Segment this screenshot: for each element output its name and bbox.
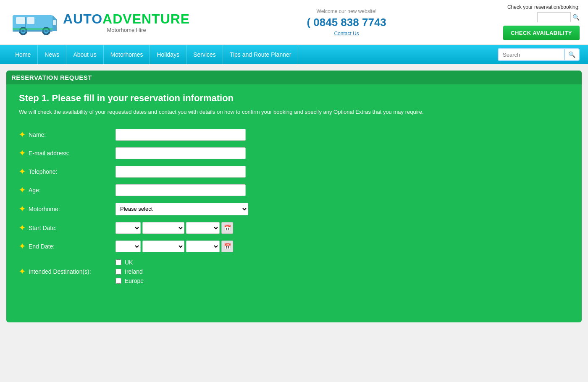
form-row-email: ✦ E-mail address:: [19, 147, 569, 159]
form-label-end-date-area: ✦ End Date:: [19, 242, 116, 251]
required-star-email: ✦: [19, 149, 25, 158]
contact-link[interactable]: Contact Us: [190, 31, 503, 37]
destination-ireland-label: Ireland: [125, 268, 143, 275]
main-content: RESERVATION REQUEST Step 1. Please fill …: [6, 71, 582, 322]
required-star-destination: ✦: [19, 267, 25, 276]
start-date-month[interactable]: [142, 222, 184, 234]
navbar: Home News About us Motorhomes Holidays S…: [0, 45, 588, 64]
logo-auto: AUTO: [63, 11, 102, 26]
end-date-year[interactable]: [186, 241, 220, 252]
required-star-motorhome: ✦: [19, 204, 25, 214]
name-label: Name:: [29, 131, 46, 138]
name-input[interactable]: [116, 129, 246, 141]
form-label-destination-area: ✦ Intended Destination(s):: [19, 267, 116, 276]
destination-ireland[interactable]: Ireland: [116, 268, 144, 275]
email-input[interactable]: [116, 147, 246, 159]
form-row-age: ✦ Age:: [19, 184, 569, 196]
welcome-text: Welcome our new website!: [190, 8, 503, 14]
header: AUTOADVENTURE Motorhome Hire Welcome our…: [0, 0, 588, 45]
form-label-name-area: ✦ Name:: [19, 130, 116, 139]
start-date-calendar-btn[interactable]: 📅: [221, 222, 233, 234]
nav-motorhomes[interactable]: Motorhomes: [104, 45, 150, 64]
end-date-calendar-btn[interactable]: 📅: [221, 241, 233, 252]
section-title: RESERVATION REQUEST: [6, 71, 582, 84]
phone-number: ( 0845 838 7743: [190, 16, 503, 29]
check-availability-button[interactable]: CHECK AVAILABILITY: [503, 26, 580, 40]
svg-rect-2: [16, 17, 25, 24]
destination-checkboxes: UK Ireland Europe: [116, 259, 144, 284]
step-description: We will check the availability of your r…: [19, 108, 569, 116]
form-row-motorhome: ✦ Motorhome: Please select: [19, 203, 569, 215]
reservation-input-row: 🔍: [503, 12, 580, 22]
start-date-inputs: 📅: [116, 222, 233, 234]
nav-search-button[interactable]: 🔍: [565, 48, 580, 61]
required-star-name: ✦: [19, 130, 25, 139]
logo-text: AUTOADVENTURE Motorhome Hire: [63, 11, 190, 33]
nav-holidays[interactable]: Holidays: [150, 45, 186, 64]
form-label-age-area: ✦ Age:: [19, 186, 116, 195]
nav-tips-route[interactable]: Tips and Route Planner: [223, 45, 299, 64]
nav-items: Home News About us Motorhomes Holidays S…: [8, 45, 498, 64]
destination-europe-checkbox[interactable]: [116, 278, 121, 284]
end-date-day[interactable]: [116, 241, 141, 252]
nav-about-us[interactable]: About us: [66, 45, 103, 64]
reservation-label: Check your reservation/booking:: [503, 4, 580, 10]
age-input[interactable]: [116, 184, 246, 196]
form-row-start-date: ✦ Start Date: 📅: [19, 222, 569, 234]
end-date-inputs: 📅: [116, 241, 233, 252]
nav-search-area: 🔍: [498, 48, 580, 61]
start-date-label: Start Date:: [29, 225, 57, 231]
form-row-name: ✦ Name:: [19, 129, 569, 141]
destination-uk-label: UK: [125, 259, 133, 266]
motorhome-logo-icon: [8, 7, 59, 38]
destination-europe[interactable]: Europe: [116, 277, 144, 284]
destination-europe-label: Europe: [125, 277, 144, 284]
destination-ireland-checkbox[interactable]: [116, 269, 121, 275]
end-date-month[interactable]: [142, 241, 184, 252]
start-date-day[interactable]: [116, 222, 141, 234]
logo-area: AUTOADVENTURE Motorhome Hire: [8, 7, 190, 38]
form-label-start-date-area: ✦ Start Date:: [19, 223, 116, 233]
motorhome-select[interactable]: Please select: [116, 203, 248, 215]
reservation-search-btn[interactable]: 🔍: [572, 14, 580, 21]
form-label-telephone-area: ✦ Telephone:: [19, 167, 116, 176]
nav-services[interactable]: Services: [186, 45, 223, 64]
required-star-telephone: ✦: [19, 167, 25, 176]
end-date-label: End Date:: [29, 243, 55, 250]
form-label-motorhome-area: ✦ Motorhome:: [19, 204, 116, 214]
nav-news[interactable]: News: [38, 45, 66, 64]
age-label: Age:: [29, 187, 41, 194]
telephone-label: Telephone:: [29, 168, 58, 175]
form-row-end-date: ✦ End Date: 📅: [19, 241, 569, 252]
nav-home[interactable]: Home: [8, 45, 38, 64]
svg-rect-4: [53, 20, 56, 25]
telephone-input[interactable]: [116, 166, 246, 178]
start-date-year[interactable]: [186, 222, 220, 234]
right-area: Check your reservation/booking: 🔍 CHECK …: [503, 4, 580, 40]
step-heading: Step 1. Please fill in your reservation …: [19, 93, 569, 104]
email-label: E-mail address:: [29, 150, 69, 157]
nav-search-input[interactable]: [498, 48, 565, 61]
destination-label: Intended Destination(s):: [29, 268, 91, 275]
reservation-input[interactable]: [537, 12, 571, 22]
required-star-end-date: ✦: [19, 242, 25, 251]
svg-rect-13: [13, 28, 52, 30]
form-row-destination: ✦ Intended Destination(s): UK Ireland Eu…: [19, 259, 569, 284]
form-label-email-area: ✦ E-mail address:: [19, 149, 116, 158]
required-star-start-date: ✦: [19, 223, 25, 233]
center-area: Welcome our new website! ( 0845 838 7743…: [190, 8, 503, 37]
destination-uk-checkbox[interactable]: [116, 259, 121, 265]
logo-adventure: ADVENTURE: [102, 11, 190, 26]
motorhome-label: Motorhome:: [29, 206, 60, 212]
required-star-age: ✦: [19, 186, 25, 195]
logo-tagline: Motorhome Hire: [63, 27, 190, 33]
destination-uk[interactable]: UK: [116, 259, 144, 266]
form-row-telephone: ✦ Telephone:: [19, 166, 569, 178]
svg-rect-3: [27, 17, 34, 24]
